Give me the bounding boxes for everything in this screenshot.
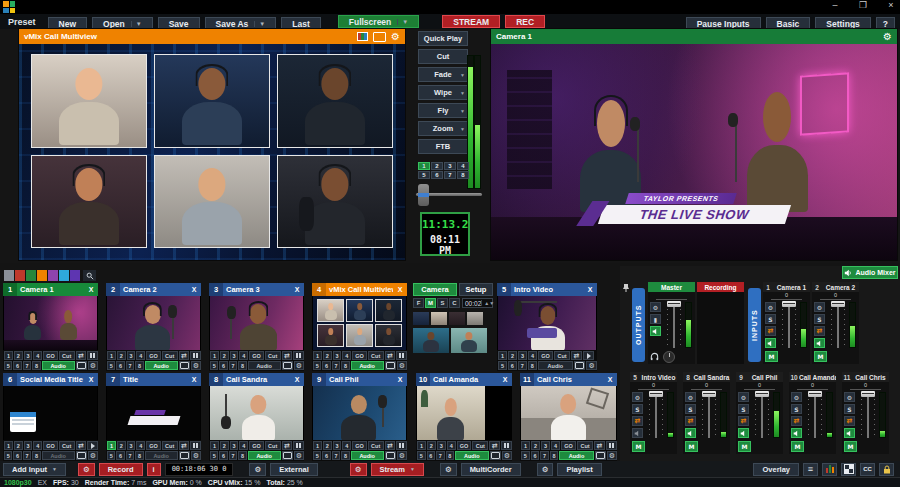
input-7-overlay-7[interactable]: 7	[126, 451, 134, 460]
input-7-cut-button[interactable]: Cut	[162, 441, 178, 450]
input-3-cut-button[interactable]: Cut	[265, 351, 281, 360]
multicorder-button[interactable]: MultiCorder	[461, 463, 521, 476]
input-11-overlay-7[interactable]: 7	[540, 451, 549, 460]
input-5-header[interactable]: 5 Intro Video X	[497, 283, 597, 296]
input-9-go-button[interactable]: GO	[352, 441, 367, 450]
input-10-overlay-2[interactable]: 2	[427, 441, 436, 450]
transition-fly-button[interactable]: Fly▼	[418, 103, 468, 118]
playlist-settings-gear-icon[interactable]: ⚙	[537, 463, 554, 476]
speaker-icon[interactable]	[738, 428, 749, 438]
input-5-overlay-4[interactable]: 4	[528, 351, 537, 360]
input-2-overlay-5[interactable]: 5	[107, 361, 115, 370]
input-2-overlay-1[interactable]: 1	[107, 351, 116, 360]
input-11-cut-button[interactable]: Cut	[577, 441, 593, 450]
loop-icon[interactable]: ⇄	[385, 351, 396, 360]
close-input-button[interactable]: X	[393, 286, 407, 293]
input-5-thumbnail[interactable]	[497, 296, 597, 350]
input-8-header[interactable]: 8 Call Sandra X	[209, 373, 304, 386]
transition-tbar[interactable]	[416, 184, 482, 206]
playlist-button[interactable]: Playlist	[557, 463, 601, 476]
input-2-overlay-2[interactable]: 2	[117, 351, 126, 360]
monitor-icon[interactable]	[282, 451, 293, 460]
input-9-overlay-8[interactable]: 8	[341, 451, 349, 460]
input-5-overlay-7[interactable]: 7	[518, 361, 527, 370]
transition-preset-2[interactable]: 2	[431, 162, 443, 170]
fader-knob[interactable]	[667, 301, 681, 307]
input-4-overlay-7[interactable]: 7	[332, 361, 340, 370]
bus-routing-icon[interactable]: ⇄	[844, 416, 855, 426]
preview-header[interactable]: vMix Call Multiview ⚙	[19, 29, 405, 44]
play-icon[interactable]	[87, 441, 98, 450]
record-settings-gear-icon[interactable]: ⚙	[78, 463, 95, 476]
input-6-header[interactable]: 6 Social Media Title X	[3, 373, 98, 386]
speaker-icon[interactable]	[685, 428, 696, 438]
input-1-cut-button[interactable]: Cut	[59, 351, 75, 360]
play-icon[interactable]	[583, 351, 594, 360]
category-tab-4[interactable]	[37, 270, 47, 281]
pause-icon[interactable]	[190, 441, 201, 450]
input-9-header[interactable]: 9 Call Phil X	[312, 373, 407, 386]
input-1-overlay-6[interactable]: 6	[13, 361, 21, 370]
input-9-overlay-6[interactable]: 6	[322, 451, 330, 460]
volume-fader[interactable]	[858, 390, 878, 440]
input-10-overlay-7[interactable]: 7	[436, 451, 445, 460]
close-input-button[interactable]: X	[84, 286, 98, 293]
transition-preset-4[interactable]: 4	[457, 162, 469, 170]
input-4-go-button[interactable]: GO	[352, 351, 367, 360]
solo-button[interactable]: S	[765, 314, 776, 324]
input-9-overlay-4[interactable]: 4	[342, 441, 351, 450]
input-4-cut-button[interactable]: Cut	[368, 351, 384, 360]
close-input-button[interactable]: X	[290, 376, 304, 383]
gear-icon[interactable]: ⚙	[397, 451, 407, 460]
stream-settings-gear-icon[interactable]: ⚙	[350, 463, 367, 476]
input-6-thumbnail[interactable]	[3, 386, 98, 440]
input-7-header[interactable]: 7 Title X	[106, 373, 201, 386]
mute-button[interactable]: M	[632, 441, 645, 452]
input-11-overlay-2[interactable]: 2	[531, 441, 540, 450]
transition-preset-8[interactable]: 8	[457, 171, 469, 179]
pause-icon[interactable]	[87, 351, 98, 360]
category-tab-3[interactable]	[26, 270, 36, 281]
input-3-overlay-3[interactable]: 3	[230, 351, 239, 360]
input-9-cut-button[interactable]: Cut	[368, 441, 384, 450]
pause-icon[interactable]	[190, 351, 201, 360]
close-input-button[interactable]: X	[498, 376, 512, 383]
fader-knob[interactable]	[831, 301, 845, 307]
call-setup-button[interactable]: Setup	[459, 283, 493, 296]
record-info-button[interactable]: i	[147, 463, 161, 476]
input-6-overlay-3[interactable]: 3	[24, 441, 33, 450]
transition-preset-3[interactable]: 3	[444, 162, 456, 170]
input-10-overlay-1[interactable]: 1	[417, 441, 426, 450]
gear-icon[interactable]: ⚙	[397, 361, 407, 370]
input-8-overlay-1[interactable]: 1	[210, 441, 219, 450]
gear-icon[interactable]: ⚙	[685, 392, 696, 402]
input-6-cut-button[interactable]: Cut	[59, 441, 75, 450]
transition-preset-1[interactable]: 1	[418, 162, 430, 170]
input-7-overlay-1[interactable]: 1	[107, 441, 116, 450]
input-1-go-button[interactable]: GO	[43, 351, 58, 360]
input-10-cut-button[interactable]: Cut	[472, 441, 488, 450]
input-7-thumbnail[interactable]	[106, 386, 201, 440]
fullscreen-button[interactable]: Fullscreen▼	[338, 15, 419, 28]
input-11-overlay-3[interactable]: 3	[541, 441, 550, 450]
loop-icon[interactable]: ⇄	[489, 441, 500, 450]
transition-wipe-button[interactable]: Wipe▼	[418, 85, 468, 100]
close-button[interactable]: ×	[884, 0, 898, 10]
input-8-overlay-2[interactable]: 2	[220, 441, 229, 450]
input-11-header[interactable]: 11 Call Chris X	[520, 373, 617, 386]
transition-cut-button[interactable]: Cut	[418, 49, 468, 64]
gear-icon[interactable]: ⚙	[294, 451, 304, 460]
gear-icon[interactable]: ⚙	[391, 32, 400, 42]
input-4-overlay-6[interactable]: 6	[322, 361, 330, 370]
input-6-overlay-8[interactable]: 8	[32, 451, 40, 460]
input-3-audio-button[interactable]: Audio	[248, 361, 281, 370]
input-5-overlay-8[interactable]: 8	[528, 361, 537, 370]
input-3-overlay-5[interactable]: 5	[210, 361, 218, 370]
gear-icon[interactable]: ⚙	[814, 302, 825, 312]
gear-icon[interactable]: ⚙	[294, 361, 304, 370]
gear-icon[interactable]: ⚙	[650, 302, 661, 312]
speaker-icon[interactable]	[632, 428, 643, 438]
input-10-audio-button[interactable]: Audio	[455, 451, 489, 460]
pause-icon[interactable]	[606, 441, 617, 450]
transition-quick-play-button[interactable]: Quick Play	[418, 31, 468, 46]
